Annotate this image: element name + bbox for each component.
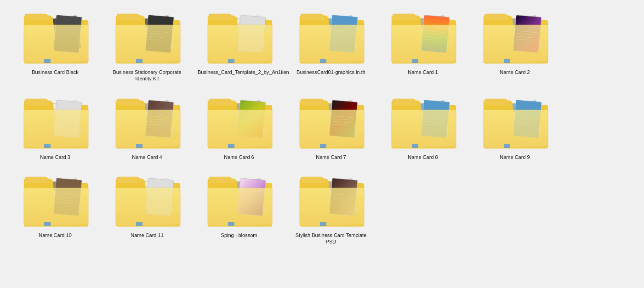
svg-rect-23 (136, 59, 142, 63)
folder-label-name-card-9: Name Card 9 (500, 154, 530, 160)
folder-icon-name-card-9 (478, 92, 552, 152)
folder-icon-business-stationary (110, 7, 184, 67)
folder-icon-business-card-template (202, 7, 276, 67)
folder-label-stylish-business-card: Stylish Business Card Template PSD (290, 232, 372, 245)
folder-icon-name-card-10 (18, 170, 92, 230)
folder-label-name-card-2: Name Card 2 (500, 69, 530, 75)
svg-rect-167 (228, 222, 234, 226)
folder-item-name-card-10[interactable]: Name Card 10 (9, 168, 101, 248)
folder-item-sping-blossom[interactable]: Sping - blossom (193, 168, 285, 248)
folder-icon-sping-blossom (202, 170, 276, 230)
svg-rect-77 (44, 144, 51, 148)
svg-rect-45 (320, 59, 326, 63)
folder-icon-name-card-1 (386, 7, 460, 67)
folder-item-businesscard01[interactable]: BusinessCard01-graphics.in.th (285, 5, 377, 85)
folder-label-name-card-8: Name Card 8 (408, 154, 438, 160)
folder-item-business-card-template[interactable]: Business_Card_Template_2_by_An1ken (193, 5, 285, 85)
folder-label-name-card-6: Name Card 6 (224, 154, 254, 160)
folder-item-name-card-9[interactable]: Name Card 9 (469, 90, 561, 163)
svg-rect-110 (320, 144, 326, 148)
svg-rect-122 (412, 144, 418, 148)
folder-item-name-card-8[interactable]: Name Card 8 (377, 90, 469, 163)
folder-label-business-card-black: Business Card Black (32, 69, 79, 75)
folder-icon-name-card-3 (18, 92, 92, 152)
folder-label-sping-blossom: Sping - blossom (221, 232, 257, 238)
folder-label-business-card-template: Business_Card_Template_2_by_An1ken (198, 69, 280, 75)
file-grid: Business Card Black (0, 0, 644, 252)
svg-rect-146 (44, 222, 51, 226)
folder-item-name-card-6[interactable]: Name Card 6 (193, 90, 285, 163)
folder-label-name-card-7: Name Card 7 (316, 154, 346, 160)
folder-icon-name-card-6 (202, 92, 276, 152)
svg-rect-178 (320, 222, 326, 226)
folder-icon-business-card-black (18, 7, 92, 67)
svg-rect-67 (504, 59, 510, 63)
folder-item-name-card-7[interactable]: Name Card 7 (285, 90, 377, 163)
folder-item-name-card-2[interactable]: Name Card 2 (469, 5, 561, 85)
folder-icon-businesscard01 (294, 7, 368, 67)
svg-rect-88 (136, 144, 142, 148)
folder-label-name-card-1: Name Card 1 (408, 69, 438, 75)
folder-item-name-card-11[interactable]: Name Card 11 (101, 168, 193, 248)
folder-item-stylish-business-card[interactable]: Stylish Business Card Template PSD (285, 168, 377, 248)
folder-label-name-card-11: Name Card 11 (131, 232, 164, 238)
folder-item-business-stationary[interactable]: Business Stationary Corporate Identity K… (101, 5, 193, 85)
folder-item-name-card-4[interactable]: Name Card 4 (101, 90, 193, 163)
folder-icon-name-card-8 (386, 92, 460, 152)
folder-item-name-card-3[interactable]: Name Card 3 (9, 90, 101, 163)
folder-icon-name-card-7 (294, 92, 368, 152)
svg-rect-56 (412, 59, 418, 63)
folder-icon-name-card-11 (110, 170, 184, 230)
folder-label-name-card-3: Name Card 3 (40, 154, 70, 160)
folder-label-name-card-10: Name Card 10 (39, 232, 72, 238)
folder-icon-name-card-4 (110, 92, 184, 152)
svg-rect-11 (44, 59, 51, 63)
folder-item-business-card-black[interactable]: Business Card Black (9, 5, 101, 85)
svg-rect-99 (228, 144, 234, 148)
svg-rect-156 (136, 222, 142, 226)
folder-item-name-card-1[interactable]: Name Card 1 (377, 5, 469, 85)
folder-label-businesscard01: BusinessCard01-graphics.in.th (296, 69, 365, 75)
folder-icon-name-card-2 (478, 7, 552, 67)
folder-label-business-stationary: Business Stationary Corporate Identity K… (106, 69, 188, 82)
folder-icon-stylish-business-card (294, 170, 368, 230)
svg-rect-134 (504, 144, 510, 148)
svg-rect-33 (228, 59, 234, 63)
folder-label-name-card-4: Name Card 4 (132, 154, 162, 160)
